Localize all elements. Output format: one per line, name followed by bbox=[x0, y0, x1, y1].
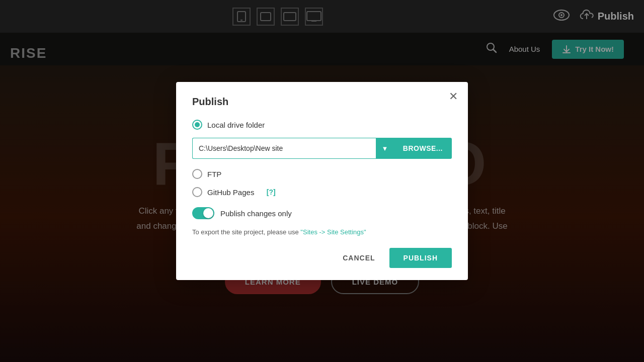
publish-changes-label: Publish changes only bbox=[220, 209, 292, 218]
export-note: To export the site project, please use "… bbox=[192, 228, 452, 236]
modal-overlay[interactable]: Publish ✕ Local drive folder ▼ BROWSE...… bbox=[0, 0, 644, 362]
path-input[interactable] bbox=[192, 138, 376, 159]
publish-changes-toggle[interactable] bbox=[192, 207, 214, 219]
modal-footer: CANCEL PUBLISH bbox=[192, 248, 452, 268]
github-radio-circle bbox=[192, 187, 202, 197]
ftp-label: FTP bbox=[207, 170, 221, 178]
modal-close-button[interactable]: ✕ bbox=[449, 91, 458, 102]
toggle-track bbox=[192, 207, 214, 219]
toggle-row: Publish changes only bbox=[192, 207, 452, 219]
path-input-row: ▼ BROWSE... bbox=[192, 138, 452, 159]
github-help-link[interactable]: [?] bbox=[267, 188, 276, 196]
browse-button[interactable]: BROWSE... bbox=[394, 138, 452, 159]
local-drive-radio[interactable]: Local drive folder bbox=[192, 120, 452, 130]
cancel-button[interactable]: CANCEL bbox=[337, 249, 381, 267]
modal-title: Publish bbox=[192, 96, 452, 108]
ftp-radio-circle bbox=[192, 169, 202, 179]
github-pages-radio[interactable]: GitHub Pages [?] bbox=[192, 187, 452, 197]
toggle-thumb bbox=[203, 208, 213, 218]
path-dropdown-button[interactable]: ▼ bbox=[376, 138, 394, 159]
local-drive-radio-circle bbox=[192, 120, 202, 130]
publish-modal: Publish ✕ Local drive folder ▼ BROWSE...… bbox=[176, 82, 468, 280]
publish-modal-button[interactable]: PUBLISH bbox=[389, 248, 452, 268]
ftp-radio[interactable]: FTP bbox=[192, 169, 452, 179]
local-drive-label: Local drive folder bbox=[207, 121, 265, 129]
export-note-prefix: To export the site project, please use bbox=[192, 228, 300, 236]
github-label: GitHub Pages bbox=[207, 188, 254, 197]
dropdown-chevron-icon: ▼ bbox=[381, 145, 388, 152]
site-settings-link[interactable]: "Sites -> Site Settings" bbox=[300, 228, 366, 236]
